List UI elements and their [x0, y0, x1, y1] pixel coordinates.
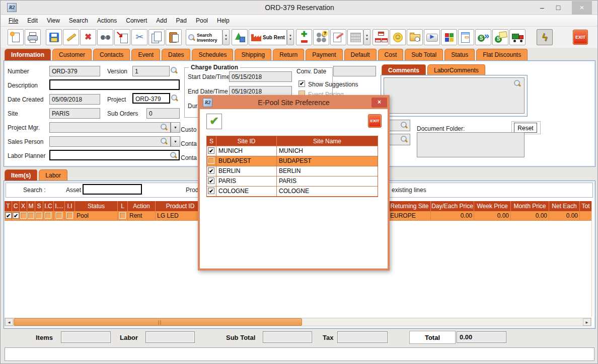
group-query-button[interactable]: ? [313, 29, 329, 45]
document-folder-field[interactable] [417, 132, 525, 157]
hscroll-left-button[interactable]: ◄ [5, 318, 13, 326]
ic-checkbox[interactable] [45, 212, 51, 219]
exit-button[interactable]: EXIT [573, 30, 588, 45]
print-button[interactable] [25, 29, 41, 45]
project-field[interactable]: ORD-379 [132, 93, 170, 104]
status-notes-button[interactable]: S [492, 29, 508, 45]
version-search-icon[interactable] [171, 67, 177, 73]
sales-person-dropdown[interactable]: ▼ [171, 136, 180, 147]
tab-items[interactable]: Item(s) [5, 169, 37, 181]
berlin-checkbox[interactable]: ✔ [208, 167, 214, 174]
save-button[interactable] [46, 29, 62, 45]
site-id-cell[interactable]: BUDAPEST [216, 156, 277, 166]
delete-button[interactable]: ✖ [80, 29, 96, 45]
sub-rent-dropdown[interactable]: ▼▼ [287, 29, 294, 45]
paste-button[interactable] [166, 29, 182, 45]
shapes-button[interactable] [232, 29, 248, 45]
new-document-button[interactable] [8, 29, 24, 45]
add-remove-button[interactable]: ✚ [296, 29, 312, 45]
tab-schedules[interactable]: Schedules [192, 49, 233, 60]
search-inventory-button[interactable]: Search Inventory [186, 29, 222, 45]
day-each-price-cell[interactable]: 0.00 [431, 211, 474, 221]
status-cell[interactable]: Pool [75, 211, 118, 221]
smiley-button[interactable]: ☺ [390, 29, 406, 45]
items-hscrollbar[interactable]: ◄ ► [5, 318, 591, 326]
l-checkbox[interactable] [119, 212, 126, 219]
sales-person-search-icon[interactable] [161, 138, 167, 144]
calendar-button[interactable] [347, 29, 363, 45]
tab-status[interactable]: Status [444, 49, 475, 60]
menu-convert[interactable]: Convert [121, 15, 152, 27]
col-status[interactable]: Status [75, 201, 118, 211]
tab-cost[interactable]: Cost [378, 49, 404, 60]
col-m[interactable]: M [27, 201, 35, 211]
site-row-berlin[interactable]: ✔ BERLIN BERLIN [207, 166, 378, 176]
hscroll-right-button[interactable]: ► [583, 318, 591, 326]
month-price-cell[interactable]: 0.00 [511, 211, 549, 221]
ii-checkbox[interactable] [66, 212, 73, 219]
notes-button[interactable] [330, 29, 346, 45]
col-day-each-price[interactable]: Day/Each Price [431, 201, 474, 211]
tab-shipping[interactable]: Shipping [235, 49, 271, 60]
labor-planner-search-icon[interactable] [170, 152, 176, 158]
dialog-close-button[interactable]: × [371, 98, 387, 108]
tab-contacts[interactable]: Contacts [93, 49, 130, 60]
folder-history-button[interactable] [407, 29, 423, 45]
col-total[interactable]: Tot [580, 201, 591, 211]
site-row-munich[interactable]: ✔ MUNICH MUNICH [207, 146, 378, 156]
total-cell[interactable] [580, 211, 591, 221]
returning-site-cell[interactable]: EUROPE [389, 211, 431, 221]
project-search-icon[interactable] [171, 95, 177, 101]
menu-pad[interactable]: Pad [172, 15, 191, 27]
asset-input[interactable] [83, 184, 142, 195]
site-name-cell[interactable]: MUNICH [277, 146, 378, 156]
site-row-cologne[interactable]: ✔ COLOGNE COLOGNE [207, 187, 378, 197]
site-id-cell[interactable]: BERLIN [216, 166, 277, 176]
sub-rent-button[interactable]: Sub Rent [249, 29, 287, 45]
date-created-field[interactable]: 05/09/2018 [49, 94, 100, 105]
shipping-truck-button[interactable] [509, 29, 526, 45]
col-month-price[interactable]: Month Price [511, 201, 549, 211]
site-row-budapest[interactable]: BUDAPEST BUDAPEST [207, 156, 378, 166]
x-checkbox[interactable] [20, 212, 27, 219]
col-t[interactable]: T [5, 201, 12, 211]
minimize-button[interactable]: – [535, 1, 550, 15]
close-button[interactable]: × [572, 1, 592, 15]
reset-button[interactable]: Reset [514, 123, 537, 133]
description-field[interactable] [49, 79, 180, 90]
munich-checkbox[interactable]: ✔ [208, 147, 214, 154]
m-checkbox[interactable] [28, 212, 34, 219]
col-x[interactable]: X [20, 201, 27, 211]
site-field[interactable]: PARIS [49, 108, 100, 119]
quick-action-button[interactable]: ϟ [537, 29, 553, 45]
header-site-id[interactable]: Site ID [216, 136, 277, 146]
col-returning-site[interactable]: Returning Site [389, 201, 431, 211]
col-i[interactable]: I.... [54, 201, 65, 211]
site-id-cell[interactable]: PARIS [216, 176, 277, 187]
net-each-cell[interactable]: 0.00 [549, 211, 580, 221]
col-action[interactable]: Action [128, 201, 156, 211]
menu-file[interactable]: File [4, 15, 23, 27]
header-selected[interactable]: S [207, 136, 216, 146]
conv-date-field[interactable] [333, 66, 376, 76]
labor-planner-field[interactable] [49, 150, 180, 160]
project-mgr-dropdown[interactable]: ▼ [171, 122, 180, 133]
menu-pool[interactable]: Pool [191, 15, 212, 27]
search-button[interactable] [97, 29, 113, 45]
site-name-cell[interactable]: PARIS [277, 176, 378, 187]
menu-search[interactable]: Search [64, 15, 93, 27]
dialog-ok-button[interactable]: ✔ [206, 114, 222, 129]
cologne-checkbox[interactable]: ✔ [208, 188, 214, 194]
number-field[interactable]: ORD-379 [49, 66, 100, 76]
week-price-cell[interactable]: 0.00 [474, 211, 511, 221]
col-l[interactable]: L [118, 201, 128, 211]
status-forward-button[interactable]: S » [475, 29, 491, 45]
tab-labor[interactable]: Labor [39, 169, 67, 181]
tab-labor-comments[interactable]: LaborComments [427, 64, 485, 75]
col-s[interactable]: S [35, 201, 43, 211]
site-name-cell[interactable]: BUDAPEST [277, 156, 378, 166]
tab-sub-total[interactable]: Sub Total [405, 49, 443, 60]
site-id-cell[interactable]: COLOGNE [216, 187, 277, 197]
tab-dates[interactable]: Dates [162, 49, 190, 60]
paris-checkbox[interactable]: ✔ [208, 177, 214, 184]
